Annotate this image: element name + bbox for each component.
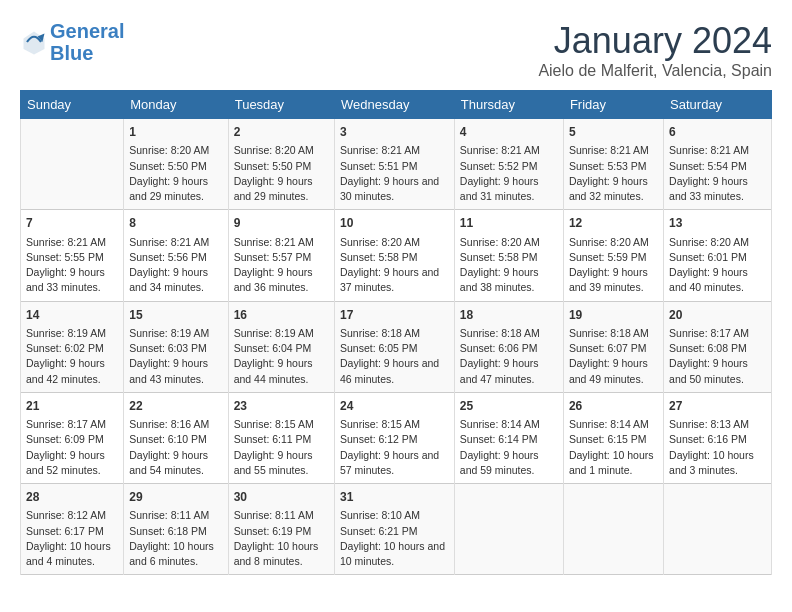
calendar-cell: 2Sunrise: 8:20 AMSunset: 5:50 PMDaylight…: [228, 119, 334, 210]
calendar-cell: 6Sunrise: 8:21 AMSunset: 5:54 PMDaylight…: [664, 119, 772, 210]
day-number: 20: [669, 307, 766, 324]
day-number: 13: [669, 215, 766, 232]
calendar-cell: 4Sunrise: 8:21 AMSunset: 5:52 PMDaylight…: [454, 119, 563, 210]
day-number: 25: [460, 398, 558, 415]
day-info: Sunrise: 8:18 AMSunset: 6:05 PMDaylight:…: [340, 326, 449, 387]
calendar-cell: 27Sunrise: 8:13 AMSunset: 6:16 PMDayligh…: [664, 392, 772, 483]
calendar-cell: 17Sunrise: 8:18 AMSunset: 6:05 PMDayligh…: [334, 301, 454, 392]
calendar-cell: 12Sunrise: 8:20 AMSunset: 5:59 PMDayligh…: [563, 210, 663, 301]
day-number: 21: [26, 398, 118, 415]
day-number: 19: [569, 307, 658, 324]
day-number: 11: [460, 215, 558, 232]
day-number: 30: [234, 489, 329, 506]
day-info: Sunrise: 8:20 AMSunset: 5:50 PMDaylight:…: [129, 143, 222, 204]
day-number: 26: [569, 398, 658, 415]
day-number: 5: [569, 124, 658, 141]
calendar-cell: 13Sunrise: 8:20 AMSunset: 6:01 PMDayligh…: [664, 210, 772, 301]
day-info: Sunrise: 8:21 AMSunset: 5:53 PMDaylight:…: [569, 143, 658, 204]
day-number: 7: [26, 215, 118, 232]
day-number: 23: [234, 398, 329, 415]
calendar-cell: 10Sunrise: 8:20 AMSunset: 5:58 PMDayligh…: [334, 210, 454, 301]
calendar-cell: [454, 484, 563, 575]
day-info: Sunrise: 8:20 AMSunset: 5:58 PMDaylight:…: [460, 235, 558, 296]
calendar-cell: [664, 484, 772, 575]
calendar-cell: 28Sunrise: 8:12 AMSunset: 6:17 PMDayligh…: [21, 484, 124, 575]
day-number: 2: [234, 124, 329, 141]
day-number: 9: [234, 215, 329, 232]
day-info: Sunrise: 8:17 AMSunset: 6:09 PMDaylight:…: [26, 417, 118, 478]
calendar-cell: 15Sunrise: 8:19 AMSunset: 6:03 PMDayligh…: [124, 301, 228, 392]
day-number: 1: [129, 124, 222, 141]
calendar-cell: 3Sunrise: 8:21 AMSunset: 5:51 PMDaylight…: [334, 119, 454, 210]
day-number: 8: [129, 215, 222, 232]
title-block: January 2024 Aielo de Malferit, Valencia…: [538, 20, 772, 80]
calendar-cell: [563, 484, 663, 575]
logo-icon: [20, 28, 48, 56]
day-info: Sunrise: 8:10 AMSunset: 6:21 PMDaylight:…: [340, 508, 449, 569]
calendar-cell: 1Sunrise: 8:20 AMSunset: 5:50 PMDaylight…: [124, 119, 228, 210]
calendar-cell: 23Sunrise: 8:15 AMSunset: 6:11 PMDayligh…: [228, 392, 334, 483]
calendar-cell: 31Sunrise: 8:10 AMSunset: 6:21 PMDayligh…: [334, 484, 454, 575]
day-info: Sunrise: 8:15 AMSunset: 6:12 PMDaylight:…: [340, 417, 449, 478]
day-number: 6: [669, 124, 766, 141]
calendar-cell: 30Sunrise: 8:11 AMSunset: 6:19 PMDayligh…: [228, 484, 334, 575]
calendar-cell: 5Sunrise: 8:21 AMSunset: 5:53 PMDaylight…: [563, 119, 663, 210]
day-number: 27: [669, 398, 766, 415]
day-info: Sunrise: 8:21 AMSunset: 5:56 PMDaylight:…: [129, 235, 222, 296]
day-number: 12: [569, 215, 658, 232]
calendar-week-row: 7Sunrise: 8:21 AMSunset: 5:55 PMDaylight…: [21, 210, 772, 301]
day-info: Sunrise: 8:11 AMSunset: 6:19 PMDaylight:…: [234, 508, 329, 569]
calendar-cell: 22Sunrise: 8:16 AMSunset: 6:10 PMDayligh…: [124, 392, 228, 483]
calendar-cell: 7Sunrise: 8:21 AMSunset: 5:55 PMDaylight…: [21, 210, 124, 301]
day-info: Sunrise: 8:19 AMSunset: 6:04 PMDaylight:…: [234, 326, 329, 387]
weekday-header: Thursday: [454, 91, 563, 119]
day-number: 3: [340, 124, 449, 141]
calendar-cell: 8Sunrise: 8:21 AMSunset: 5:56 PMDaylight…: [124, 210, 228, 301]
calendar-cell: 11Sunrise: 8:20 AMSunset: 5:58 PMDayligh…: [454, 210, 563, 301]
day-info: Sunrise: 8:18 AMSunset: 6:06 PMDaylight:…: [460, 326, 558, 387]
calendar-cell: 20Sunrise: 8:17 AMSunset: 6:08 PMDayligh…: [664, 301, 772, 392]
calendar-cell: 9Sunrise: 8:21 AMSunset: 5:57 PMDaylight…: [228, 210, 334, 301]
day-info: Sunrise: 8:19 AMSunset: 6:03 PMDaylight:…: [129, 326, 222, 387]
calendar-cell: 18Sunrise: 8:18 AMSunset: 6:06 PMDayligh…: [454, 301, 563, 392]
day-info: Sunrise: 8:20 AMSunset: 5:58 PMDaylight:…: [340, 235, 449, 296]
day-info: Sunrise: 8:16 AMSunset: 6:10 PMDaylight:…: [129, 417, 222, 478]
calendar-cell: 24Sunrise: 8:15 AMSunset: 6:12 PMDayligh…: [334, 392, 454, 483]
day-info: Sunrise: 8:20 AMSunset: 6:01 PMDaylight:…: [669, 235, 766, 296]
day-info: Sunrise: 8:13 AMSunset: 6:16 PMDaylight:…: [669, 417, 766, 478]
day-number: 14: [26, 307, 118, 324]
weekday-header: Sunday: [21, 91, 124, 119]
logo-text: General Blue: [50, 20, 124, 64]
logo: General Blue: [20, 20, 124, 64]
calendar-cell: 19Sunrise: 8:18 AMSunset: 6:07 PMDayligh…: [563, 301, 663, 392]
day-info: Sunrise: 8:21 AMSunset: 5:54 PMDaylight:…: [669, 143, 766, 204]
day-info: Sunrise: 8:21 AMSunset: 5:52 PMDaylight:…: [460, 143, 558, 204]
day-number: 28: [26, 489, 118, 506]
day-info: Sunrise: 8:21 AMSunset: 5:55 PMDaylight:…: [26, 235, 118, 296]
calendar-title: January 2024: [538, 20, 772, 62]
day-info: Sunrise: 8:14 AMSunset: 6:15 PMDaylight:…: [569, 417, 658, 478]
calendar-cell: 26Sunrise: 8:14 AMSunset: 6:15 PMDayligh…: [563, 392, 663, 483]
day-number: 24: [340, 398, 449, 415]
weekday-header: Wednesday: [334, 91, 454, 119]
day-info: Sunrise: 8:18 AMSunset: 6:07 PMDaylight:…: [569, 326, 658, 387]
calendar-week-row: 28Sunrise: 8:12 AMSunset: 6:17 PMDayligh…: [21, 484, 772, 575]
day-info: Sunrise: 8:12 AMSunset: 6:17 PMDaylight:…: [26, 508, 118, 569]
calendar-cell: 21Sunrise: 8:17 AMSunset: 6:09 PMDayligh…: [21, 392, 124, 483]
day-info: Sunrise: 8:19 AMSunset: 6:02 PMDaylight:…: [26, 326, 118, 387]
day-number: 15: [129, 307, 222, 324]
day-info: Sunrise: 8:15 AMSunset: 6:11 PMDaylight:…: [234, 417, 329, 478]
day-info: Sunrise: 8:14 AMSunset: 6:14 PMDaylight:…: [460, 417, 558, 478]
weekday-header: Saturday: [664, 91, 772, 119]
day-info: Sunrise: 8:21 AMSunset: 5:57 PMDaylight:…: [234, 235, 329, 296]
day-info: Sunrise: 8:17 AMSunset: 6:08 PMDaylight:…: [669, 326, 766, 387]
calendar-cell: 25Sunrise: 8:14 AMSunset: 6:14 PMDayligh…: [454, 392, 563, 483]
calendar-body: 1Sunrise: 8:20 AMSunset: 5:50 PMDaylight…: [21, 119, 772, 575]
day-number: 10: [340, 215, 449, 232]
day-number: 22: [129, 398, 222, 415]
day-number: 4: [460, 124, 558, 141]
calendar-cell: [21, 119, 124, 210]
weekday-header: Friday: [563, 91, 663, 119]
day-number: 17: [340, 307, 449, 324]
weekday-header: Tuesday: [228, 91, 334, 119]
